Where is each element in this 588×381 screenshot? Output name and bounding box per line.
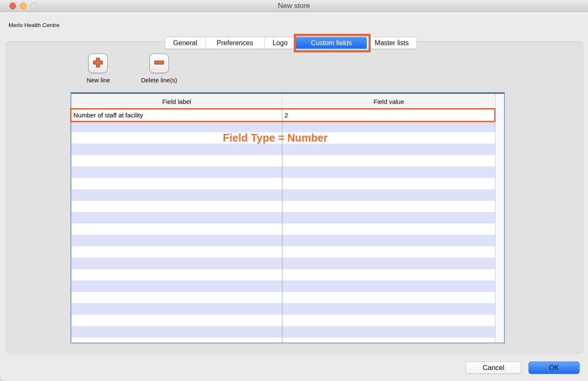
tab-logo[interactable]: Logo: [265, 37, 296, 49]
table-row-empty[interactable]: [71, 144, 495, 155]
vertical-scrollbar[interactable]: [495, 94, 504, 343]
store-name-label: Merlo Health Centre: [8, 22, 60, 28]
tab-general[interactable]: General: [165, 37, 206, 49]
cell-field-value[interactable]: [282, 280, 495, 292]
cell-field-label[interactable]: [71, 337, 282, 343]
cell-field-value[interactable]: [282, 223, 495, 235]
resize-grip[interactable]: [0, 377, 4, 381]
table-row-empty[interactable]: [71, 235, 495, 246]
column-header-field-label: Field label: [71, 94, 282, 109]
cell-field-value[interactable]: [282, 269, 495, 280]
table-row-empty[interactable]: [71, 326, 495, 337]
table-row-empty[interactable]: [71, 303, 495, 315]
cancel-button[interactable]: Cancel: [466, 362, 521, 374]
new-line-label: New line: [69, 77, 128, 84]
table-body: Number of staff at facility 2: [71, 109, 504, 343]
table-row-empty[interactable]: [71, 280, 495, 292]
cell-field-label[interactable]: [71, 280, 282, 292]
cell-field-label[interactable]: [71, 155, 282, 166]
table-row-empty[interactable]: [71, 121, 495, 132]
cell-field-label[interactable]: [71, 223, 282, 235]
cell-field-label[interactable]: [71, 144, 282, 155]
cell-field-value[interactable]: 2: [282, 109, 495, 121]
cell-field-label[interactable]: [71, 315, 282, 326]
cell-field-value[interactable]: [282, 166, 495, 178]
new-line-button[interactable]: [88, 54, 108, 73]
cell-field-label[interactable]: [71, 303, 282, 315]
cell-field-value[interactable]: [282, 246, 495, 258]
plus-icon: [92, 56, 104, 71]
cell-field-value[interactable]: [282, 315, 495, 326]
cell-field-label[interactable]: [71, 121, 282, 132]
cell-field-label[interactable]: Number of staff at facility: [71, 109, 282, 121]
cell-field-value[interactable]: [282, 337, 495, 343]
table-row-empty[interactable]: [71, 201, 495, 212]
table-row-empty[interactable]: [71, 315, 495, 326]
tab-bar: General Preferences Logo Custom fields M…: [165, 37, 417, 49]
table-row-empty[interactable]: [71, 166, 495, 178]
cell-field-label[interactable]: [71, 235, 282, 246]
cell-field-label[interactable]: [71, 292, 282, 303]
table-row-empty[interactable]: [71, 246, 495, 258]
cell-field-label[interactable]: [71, 258, 282, 269]
cell-field-value[interactable]: [282, 201, 495, 212]
window-title: New store: [0, 2, 588, 10]
cell-field-value[interactable]: [282, 178, 495, 189]
table-header-row: Field label Field value: [71, 94, 504, 109]
delete-lines-label: Delete line(s): [130, 77, 189, 84]
table-row-empty[interactable]: [71, 223, 495, 235]
custom-fields-table: Field label Field value Number of staff …: [70, 92, 505, 343]
cell-field-label[interactable]: [71, 201, 282, 212]
title-bar: New store: [0, 0, 588, 12]
cell-field-label[interactable]: [71, 189, 282, 201]
table-row-empty[interactable]: [71, 258, 495, 269]
cell-field-value[interactable]: [282, 189, 495, 201]
tab-preferences[interactable]: Preferences: [206, 37, 265, 49]
cell-field-label[interactable]: [71, 269, 282, 280]
cell-field-value[interactable]: [282, 144, 495, 155]
table-row[interactable]: Number of staff at facility 2: [71, 109, 495, 121]
cell-field-value[interactable]: [282, 235, 495, 246]
minus-icon: [153, 56, 165, 71]
annotation-text: Field Type = Number: [223, 132, 328, 144]
cell-field-value[interactable]: [282, 326, 495, 337]
cell-field-value[interactable]: [282, 303, 495, 315]
cell-field-value[interactable]: [282, 212, 495, 223]
delete-lines-button[interactable]: [149, 54, 169, 73]
table-row-empty[interactable]: [71, 337, 495, 343]
cell-field-value[interactable]: [282, 121, 495, 132]
tab-custom-fields[interactable]: Custom fields: [296, 37, 367, 49]
cell-field-label[interactable]: [71, 178, 282, 189]
cell-field-label[interactable]: [71, 166, 282, 178]
cell-field-value[interactable]: [282, 155, 495, 166]
table-row-empty[interactable]: [71, 212, 495, 223]
cell-field-label[interactable]: [71, 212, 282, 223]
table-row-empty[interactable]: [71, 155, 495, 166]
table-row-empty[interactable]: [71, 178, 495, 189]
cell-field-value[interactable]: [282, 292, 495, 303]
cell-field-label[interactable]: [71, 246, 282, 258]
table-row-empty[interactable]: [71, 269, 495, 280]
table-row-empty[interactable]: [71, 189, 495, 201]
tab-master-lists[interactable]: Master lists: [367, 37, 417, 49]
table-row-empty[interactable]: [71, 292, 495, 303]
ok-button[interactable]: OK: [528, 362, 580, 374]
column-header-field-value: Field value: [282, 94, 495, 109]
cell-field-label[interactable]: [71, 326, 282, 337]
cell-field-value[interactable]: [282, 258, 495, 269]
